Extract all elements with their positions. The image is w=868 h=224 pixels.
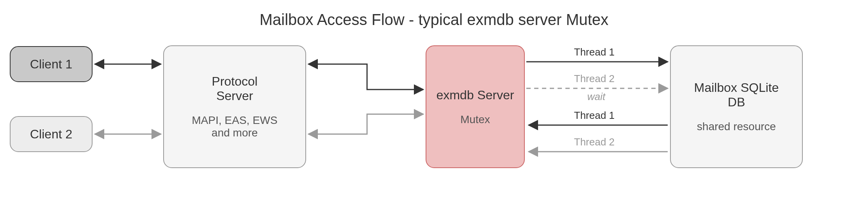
- edge-label-thread2-out: Thread 2: [574, 73, 615, 85]
- edge-protocol-exmdb-bottom: [308, 114, 423, 134]
- node-client-2: Client 2: [10, 116, 93, 152]
- node-client-2-label: Client 2: [30, 127, 73, 142]
- node-mailbox-db: Mailbox SQLite DB shared resource: [670, 45, 803, 168]
- edge-label-wait: wait: [587, 91, 605, 103]
- edge-label-thread1-out: Thread 1: [574, 46, 615, 58]
- node-client-1-label: Client 1: [30, 57, 73, 72]
- node-mailbox-title: Mailbox SQLite DB: [686, 81, 787, 109]
- edge-protocol-exmdb-top: [308, 64, 423, 90]
- node-exmdb-subtitle: Mutex: [460, 113, 490, 126]
- node-exmdb-server: exmdb Server Mutex: [426, 45, 525, 168]
- diagram-title: Mailbox Access Flow - typical exmdb serv…: [0, 11, 868, 29]
- node-protocol-server: Protocol Server MAPI, EAS, EWS and more: [163, 45, 306, 168]
- node-protocol-subtitle: MAPI, EAS, EWS and more: [184, 114, 285, 139]
- node-protocol-title: Protocol Server: [192, 74, 278, 103]
- diagram-canvas: Mailbox Access Flow - typical exmdb serv…: [0, 0, 868, 224]
- node-mailbox-subtitle: shared resource: [697, 120, 776, 133]
- edge-label-thread2-ret: Thread 2: [574, 136, 615, 148]
- node-exmdb-title: exmdb Server: [436, 88, 514, 102]
- node-client-1: Client 1: [10, 46, 93, 82]
- edge-label-thread1-ret: Thread 1: [574, 109, 615, 122]
